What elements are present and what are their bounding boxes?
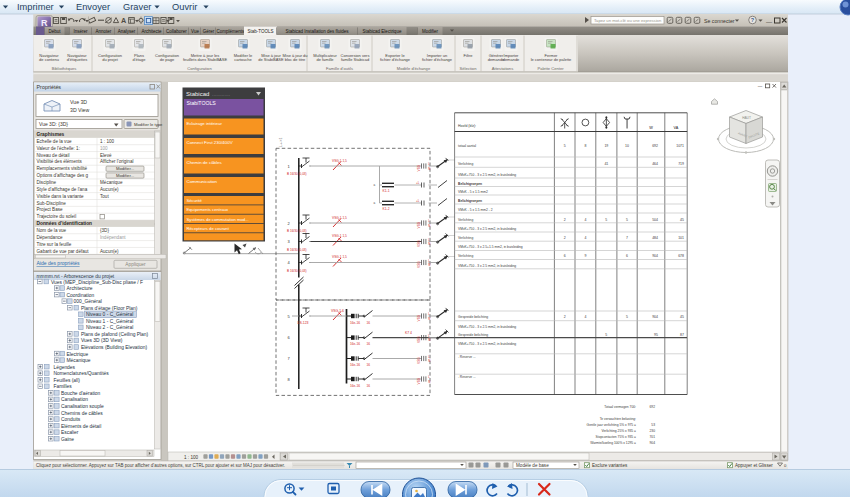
svg-text:Titre sur la feuille: Titre sur la feuille [37,242,72,247]
svg-text:1071: 1071 [676,144,684,148]
svg-text:VMvK+750 - 3 x 2.5 mm2, in bui: VMvK+750 - 3 x 2.5 mm2, in buisleiding [458,264,516,268]
svg-text:Exclure variantes: Exclure variantes [592,463,628,468]
svg-text:VSG: VSG [417,164,421,171]
svg-text:VSG-1 1,5: VSG-1 1,5 [332,159,347,163]
svg-text:Vue 3D: {3D}: Vue 3D: {3D} [39,121,68,127]
svg-text:demande: demande [503,57,520,62]
svg-text:Gespreide belichting: Gespreide belichting [458,333,488,337]
svg-text:. Reserve ...: . Reserve ... [458,355,476,359]
svg-text:Escalier: Escalier [61,430,79,435]
svg-text:Sélection: Sélection [460,66,478,71]
svg-text:Gaine: Gaine [61,437,74,442]
svg-text:Configuration: Configuration [187,66,212,71]
svg-text:VSG-1 1,5: VSG-1 1,5 [332,255,347,259]
svg-text:Chemin de câbles: Chemin de câbles [187,160,223,165]
svg-text:cartouche: cartouche [234,57,252,62]
svg-text:Modifier...: Modifier... [116,173,134,178]
svg-text:B 16/30 (0,03): B 16/30 (0,03) [287,269,307,273]
svg-text:HAUT: HAUT [742,116,751,120]
svg-text:Echelle de la vue: Echelle de la vue [37,139,72,144]
svg-text:—: — [758,84,763,89]
svg-text:StabiTOOLS: StabiTOOLS [187,100,217,106]
svg-text:le conteneur de palette: le conteneur de palette [531,57,572,62]
svg-text:Gespreide belichting: Gespreide belichting [458,315,488,319]
svg-text:N: N [428,242,430,246]
svg-text:du projet: du projet [102,57,118,62]
svg-text:VSG: VSG [417,240,421,247]
svg-text:87: 87 [680,333,684,337]
svg-text:N: N [428,359,430,363]
svg-text:230: 230 [649,429,655,433]
svg-text:N: N [428,338,430,342]
svg-text:16: 16 [367,342,371,346]
svg-text:VSG: VSG [417,314,421,321]
svg-text:VSG: VSG [417,357,421,364]
svg-text:Stabicad Electrique: Stabicad Electrique [363,29,402,34]
svg-text:Famille d'outils: Famille d'outils [326,66,353,71]
svg-text:Canalisation: Canalisation [61,397,88,402]
svg-text:2: 2 [564,236,566,240]
svg-text:N: N [428,263,430,267]
svg-text:2: 2 [564,218,566,222]
svg-text:8: 8 [584,144,586,148]
svg-text:Connect First 230/400V: Connect First 230/400V [187,140,233,145]
svg-text:Aucun(e): Aucun(e) [100,187,119,192]
svg-text:1 : 100: 1 : 100 [184,455,198,460]
svg-text:VMvK+750 - 3 x 2.5+1.5 mm2, in: VMvK+750 - 3 x 2.5+1.5 mm2, in buisleidi… [458,245,523,249]
svg-text:de StabiBASE: de StabiBASE [258,57,284,62]
svg-text:VSG: VSG [417,377,421,384]
svg-text:fichier d'échange: fichier d'échange [422,57,453,62]
svg-text:VMvK+750 - 3 x 2.5 mm2, in bui: VMvK+750 - 3 x 2.5 mm2, in buisleiding [458,173,516,177]
svg-text:Verlichting: Verlichting [458,162,473,166]
svg-text:Systèmes de commutation mod...: Systèmes de commutation mod... [187,217,249,222]
svg-text:Conduits: Conduits [61,417,81,422]
svg-text:de contenu: de contenu [39,57,59,62]
svg-text:Gentle jaar verlichting 5: Gentle jaar verlichting 5% x 975 = [587,423,636,427]
svg-text:4: 4 [584,218,586,222]
svg-text:K7 4: K7 4 [405,331,412,335]
svg-text:Vues (MEP_Discipline_Sub-Disc: Vues (MEP_Discipline_Sub-Disc pliase / F [51,280,143,285]
svg-text:Warmte/koeling 100% x 1295: Warmte/koeling 100% x 1295 = [590,441,636,445]
svg-text:16e-16: 16e-16 [350,363,360,367]
svg-text:000_Général: 000_Général [74,299,102,304]
svg-text:Récepteurs de courant: Récepteurs de courant [187,226,230,231]
svg-text:N: N [428,317,430,321]
svg-text:Options d'affichage des g: Options d'affichage des g [37,173,89,178]
svg-text:VSG: VSG [417,336,421,343]
svg-text:Modèle de base: Modèle de base [516,463,549,468]
svg-text:6: 6 [626,254,628,258]
svg-text:484: 484 [652,236,658,240]
svg-text:Remplacements visibilité: Remplacements visibilité [37,166,88,171]
svg-text:.............: ............. [212,91,230,97]
svg-text:Eclairage intérieur: Eclairage intérieur [187,121,223,126]
svg-text:Discipline: Discipline [37,180,57,185]
svg-text:Plans d'étage (Floor Plan): Plans d'étage (Floor Plan) [81,306,138,311]
svg-text:719: 719 [678,162,684,166]
svg-text:VMvK+750 - 3 x 2.5 mm2, in bui: VMvK+750 - 3 x 2.5 mm2, in buisleiding [458,342,516,346]
svg-text:R: R [41,18,48,28]
svg-text:464: 464 [652,162,658,166]
svg-text:Sub-Discipline: Sub-Discipline [37,201,67,206]
svg-text:Verlichting: Verlichting [458,254,473,258]
svg-text:Modifier le type: Modifier le type [134,122,163,127]
svg-text:Se connecter: Se connecter [704,18,735,24]
svg-text:Gérer: Gérer [203,29,215,34]
svg-text:B 16/30 (0,03): B 16/30 (0,03) [287,248,307,252]
svg-text:B 16/30 (0,03): B 16/30 (0,03) [287,172,307,176]
svg-text:VMvK - 5 x 1.5 mm2: VMvK - 5 x 1.5 mm2 [458,190,488,194]
svg-text:41: 41 [604,162,608,166]
svg-text:Familles: Familles [54,384,73,389]
svg-text:53: 53 [651,423,655,427]
svg-text:Légendes: Légendes [54,365,76,370]
svg-text:9: 9 [584,254,586,258]
svg-text:+L: +L [416,199,420,203]
svg-text:1 : 100: 1 : 100 [100,139,114,144]
svg-text:Stabicad Installation des flui: Stabicad Installation des fluides [285,29,349,34]
svg-text:692: 692 [649,405,655,409]
svg-text:16: 16 [367,384,371,388]
svg-text:—: — [766,19,772,25]
svg-text:6: 6 [564,254,566,258]
svg-text:L+->1: L+->1 [279,138,283,147]
svg-text:Collaborer: Collaborer [166,29,187,34]
svg-text:Style d'affichage de l'ana: Style d'affichage de l'ana [37,187,88,192]
